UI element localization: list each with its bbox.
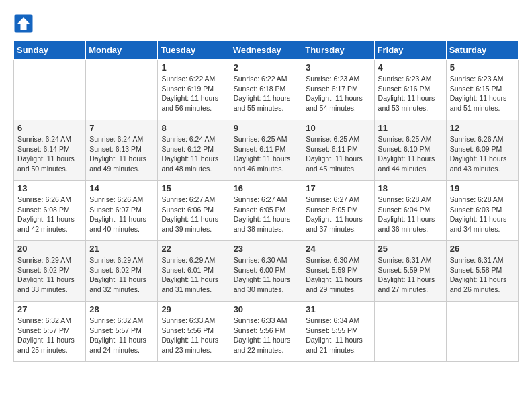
cell-info: Sunrise: 6:27 AM Sunset: 6:06 PM Dayligh… [161, 195, 226, 234]
day-number: 7 [89, 123, 154, 133]
day-number: 23 [234, 244, 299, 254]
calendar-cell: 12Sunrise: 6:26 AM Sunset: 6:09 PM Dayli… [446, 120, 518, 181]
day-number: 26 [450, 244, 515, 254]
weekday-header-sunday: Sunday [14, 41, 86, 60]
day-number: 15 [161, 183, 226, 193]
calendar-cell: 14Sunrise: 6:26 AM Sunset: 6:07 PM Dayli… [86, 181, 158, 241]
calendar-cell: 11Sunrise: 6:25 AM Sunset: 6:10 PM Dayli… [374, 120, 446, 181]
cell-info: Sunrise: 6:29 AM Sunset: 6:01 PM Dayligh… [161, 255, 226, 295]
cell-info: Sunrise: 6:33 AM Sunset: 5:56 PM Dayligh… [234, 316, 299, 355]
weekday-header-tuesday: Tuesday [158, 41, 230, 60]
page-header [13, 13, 519, 34]
cell-info: Sunrise: 6:23 AM Sunset: 6:16 PM Dayligh… [378, 74, 443, 113]
calendar-cell: 18Sunrise: 6:28 AM Sunset: 6:04 PM Dayli… [374, 181, 446, 241]
day-number: 30 [234, 304, 299, 314]
calendar-cell [14, 60, 86, 120]
cell-info: Sunrise: 6:33 AM Sunset: 5:56 PM Dayligh… [161, 316, 226, 355]
week-row-4: 20Sunrise: 6:29 AM Sunset: 6:02 PM Dayli… [14, 241, 519, 302]
calendar-cell: 5Sunrise: 6:23 AM Sunset: 6:15 PM Daylig… [446, 60, 518, 120]
calendar-cell: 13Sunrise: 6:26 AM Sunset: 6:08 PM Dayli… [14, 181, 86, 241]
calendar-cell: 22Sunrise: 6:29 AM Sunset: 6:01 PM Dayli… [158, 241, 230, 302]
calendar-cell: 16Sunrise: 6:27 AM Sunset: 6:05 PM Dayli… [230, 181, 302, 241]
week-row-2: 6Sunrise: 6:24 AM Sunset: 6:14 PM Daylig… [14, 120, 519, 181]
day-number: 27 [17, 304, 82, 314]
calendar-cell: 20Sunrise: 6:29 AM Sunset: 6:02 PM Dayli… [14, 241, 86, 302]
cell-info: Sunrise: 6:23 AM Sunset: 6:17 PM Dayligh… [306, 74, 370, 113]
cell-info: Sunrise: 6:23 AM Sunset: 6:15 PM Dayligh… [450, 74, 515, 113]
cell-info: Sunrise: 6:27 AM Sunset: 6:05 PM Dayligh… [234, 195, 299, 234]
weekday-header-saturday: Saturday [446, 41, 518, 60]
weekday-header-wednesday: Wednesday [230, 41, 302, 60]
day-number: 3 [306, 62, 370, 73]
calendar-cell [374, 302, 446, 362]
cell-info: Sunrise: 6:30 AM Sunset: 5:59 PM Dayligh… [306, 255, 370, 295]
week-row-1: 1Sunrise: 6:22 AM Sunset: 6:19 PM Daylig… [14, 60, 519, 120]
day-number: 20 [17, 244, 82, 254]
day-number: 21 [89, 244, 154, 254]
day-number: 5 [450, 62, 515, 73]
calendar-table: SundayMondayTuesdayWednesdayThursdayFrid… [13, 40, 519, 362]
cell-info: Sunrise: 6:34 AM Sunset: 5:55 PM Dayligh… [306, 316, 370, 355]
day-number: 16 [234, 183, 299, 193]
calendar-cell [86, 60, 158, 120]
week-row-5: 27Sunrise: 6:32 AM Sunset: 5:57 PM Dayli… [14, 302, 519, 362]
cell-info: Sunrise: 6:26 AM Sunset: 6:07 PM Dayligh… [89, 195, 154, 234]
calendar-cell [446, 302, 518, 362]
day-number: 31 [306, 304, 370, 314]
day-number: 4 [378, 62, 443, 73]
day-number: 13 [17, 183, 82, 193]
cell-info: Sunrise: 6:29 AM Sunset: 6:02 PM Dayligh… [17, 255, 82, 295]
cell-info: Sunrise: 6:29 AM Sunset: 6:02 PM Dayligh… [89, 255, 154, 295]
day-number: 6 [17, 123, 82, 133]
calendar-cell: 9Sunrise: 6:25 AM Sunset: 6:11 PM Daylig… [230, 120, 302, 181]
calendar-cell: 3Sunrise: 6:23 AM Sunset: 6:17 PM Daylig… [302, 60, 374, 120]
cell-info: Sunrise: 6:25 AM Sunset: 6:11 PM Dayligh… [234, 134, 299, 174]
cell-info: Sunrise: 6:30 AM Sunset: 6:00 PM Dayligh… [234, 255, 299, 295]
calendar-cell: 25Sunrise: 6:31 AM Sunset: 5:59 PM Dayli… [374, 241, 446, 302]
cell-info: Sunrise: 6:25 AM Sunset: 6:11 PM Dayligh… [306, 134, 370, 174]
weekday-header-monday: Monday [86, 41, 158, 60]
cell-info: Sunrise: 6:31 AM Sunset: 5:59 PM Dayligh… [378, 255, 443, 295]
weekday-header-row: SundayMondayTuesdayWednesdayThursdayFrid… [14, 41, 519, 60]
calendar-cell: 30Sunrise: 6:33 AM Sunset: 5:56 PM Dayli… [230, 302, 302, 362]
weekday-header-friday: Friday [374, 41, 446, 60]
day-number: 10 [306, 123, 370, 133]
cell-info: Sunrise: 6:22 AM Sunset: 6:18 PM Dayligh… [234, 74, 299, 113]
calendar-cell: 28Sunrise: 6:32 AM Sunset: 5:57 PM Dayli… [86, 302, 158, 362]
calendar-cell: 29Sunrise: 6:33 AM Sunset: 5:56 PM Dayli… [158, 302, 230, 362]
day-number: 25 [378, 244, 443, 254]
cell-info: Sunrise: 6:28 AM Sunset: 6:03 PM Dayligh… [450, 195, 515, 234]
calendar-cell: 27Sunrise: 6:32 AM Sunset: 5:57 PM Dayli… [14, 302, 86, 362]
calendar-cell: 10Sunrise: 6:25 AM Sunset: 6:11 PM Dayli… [302, 120, 374, 181]
calendar-cell: 4Sunrise: 6:23 AM Sunset: 6:16 PM Daylig… [374, 60, 446, 120]
day-number: 28 [89, 304, 154, 314]
week-row-3: 13Sunrise: 6:26 AM Sunset: 6:08 PM Dayli… [14, 181, 519, 241]
calendar-cell: 23Sunrise: 6:30 AM Sunset: 6:00 PM Dayli… [230, 241, 302, 302]
calendar-cell: 21Sunrise: 6:29 AM Sunset: 6:02 PM Dayli… [86, 241, 158, 302]
day-number: 18 [378, 183, 443, 193]
calendar-cell: 1Sunrise: 6:22 AM Sunset: 6:19 PM Daylig… [158, 60, 230, 120]
calendar-cell: 31Sunrise: 6:34 AM Sunset: 5:55 PM Dayli… [302, 302, 374, 362]
day-number: 29 [161, 304, 226, 314]
cell-info: Sunrise: 6:32 AM Sunset: 5:57 PM Dayligh… [17, 316, 82, 355]
calendar-cell: 2Sunrise: 6:22 AM Sunset: 6:18 PM Daylig… [230, 60, 302, 120]
cell-info: Sunrise: 6:32 AM Sunset: 5:57 PM Dayligh… [89, 316, 154, 355]
calendar-cell: 15Sunrise: 6:27 AM Sunset: 6:06 PM Dayli… [158, 181, 230, 241]
calendar-cell: 17Sunrise: 6:27 AM Sunset: 6:05 PM Dayli… [302, 181, 374, 241]
day-number: 19 [450, 183, 515, 193]
cell-info: Sunrise: 6:24 AM Sunset: 6:13 PM Dayligh… [89, 134, 154, 174]
cell-info: Sunrise: 6:28 AM Sunset: 6:04 PM Dayligh… [378, 195, 443, 234]
day-number: 14 [89, 183, 154, 193]
logo-icon [13, 13, 34, 34]
calendar-cell: 26Sunrise: 6:31 AM Sunset: 5:58 PM Dayli… [446, 241, 518, 302]
day-number: 1 [161, 62, 226, 73]
day-number: 22 [161, 244, 226, 254]
day-number: 8 [161, 123, 226, 133]
weekday-header-thursday: Thursday [302, 41, 374, 60]
day-number: 24 [306, 244, 370, 254]
calendar-cell: 24Sunrise: 6:30 AM Sunset: 5:59 PM Dayli… [302, 241, 374, 302]
calendar-cell: 7Sunrise: 6:24 AM Sunset: 6:13 PM Daylig… [86, 120, 158, 181]
cell-info: Sunrise: 6:31 AM Sunset: 5:58 PM Dayligh… [450, 255, 515, 295]
cell-info: Sunrise: 6:24 AM Sunset: 6:12 PM Dayligh… [161, 134, 226, 174]
cell-info: Sunrise: 6:26 AM Sunset: 6:08 PM Dayligh… [17, 195, 82, 234]
